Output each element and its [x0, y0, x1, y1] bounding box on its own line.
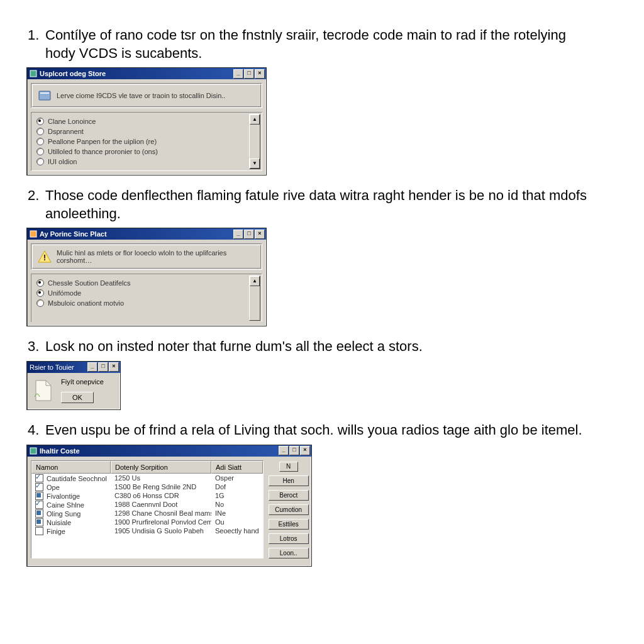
cell-status: No [211, 500, 263, 509]
document-icon [33, 378, 53, 403]
table-row[interactable]: Ope1S00 Be Reng Sdnile 2NDDof [31, 482, 263, 491]
radio-label: Utilloled fo thance proronier to (ons) [48, 148, 158, 155]
close-icon[interactable]: × [300, 446, 310, 455]
radio-label: Unifómode [48, 289, 81, 297]
column-header-name[interactable]: Namon [31, 461, 111, 474]
dialog-3: Rsier to Touier _ □ × Fiyít onepvice [26, 361, 121, 410]
ok-button[interactable]: OK [61, 392, 94, 403]
radio-option[interactable]: Dsprannent [36, 126, 248, 136]
close-icon[interactable]: × [255, 69, 265, 79]
radio-option[interactable]: IUI oldion [36, 157, 248, 167]
window-title: Ay Porinc Sinc Plact [40, 230, 233, 238]
table-row[interactable]: Oling Sung1298 Chane Chosnil Beal mamsIN… [31, 509, 263, 518]
checkbox-icon[interactable] [35, 492, 43, 500]
cell-name: Ope [31, 482, 111, 491]
hen-button[interactable]: Hen [269, 475, 309, 486]
checkbox-icon[interactable] [35, 509, 43, 518]
step-text: Even uspu be of frind a rela of Living t… [45, 421, 606, 440]
radio-label: IUI oldion [48, 158, 77, 165]
radio-icon[interactable] [36, 148, 44, 155]
cell-description: 1298 Chane Chosnil Beal mams [111, 509, 211, 518]
minimize-icon[interactable]: _ [233, 230, 243, 239]
titlebar[interactable]: Rsier to Touier _ □ × [27, 362, 120, 373]
small-button[interactable]: N [279, 462, 298, 472]
cell-description: 1905 Undisia G Suolo Pabeh [111, 526, 211, 535]
radio-icon[interactable] [36, 138, 44, 145]
radio-icon[interactable] [36, 299, 44, 307]
folder-icon [38, 89, 52, 103]
step-text: Contílye of rano code tsr on the fnstnly… [45, 26, 606, 62]
beroct-button[interactable]: Beroct [269, 490, 309, 501]
radio-option[interactable]: Utilloled fo thance proronier to (ons) [36, 147, 248, 157]
app-icon [30, 447, 37, 455]
radio-option[interactable]: Msbuloic onationt motvio [36, 298, 248, 308]
scrollbar[interactable]: ▲ ▼ [249, 114, 260, 169]
step-number: 3. [28, 338, 45, 356]
checkbox-icon[interactable] [35, 483, 43, 491]
cell-status: Dof [211, 482, 263, 491]
esttiles-button[interactable]: Esttiles [269, 519, 309, 530]
step-text: Those code denflecthen flaming fatule ri… [45, 187, 606, 223]
scrollbar[interactable]: ▲ [249, 275, 260, 321]
cell-description: C380 o6 Honss CDR [111, 491, 211, 500]
radio-option[interactable]: Peallone Panpen for the uiplion (re) [36, 136, 248, 147]
dialog-4: Ihaltir Coste _ □ × Namon Dotenly Sorpit… [26, 445, 312, 567]
radio-icon[interactable] [36, 128, 44, 135]
data-grid: Namon Dotenly Sorpition Adi Siatt Cautid… [31, 460, 264, 558]
radio-icon[interactable] [36, 279, 44, 287]
close-icon[interactable]: × [109, 362, 119, 372]
column-header-description[interactable]: Dotenly Sorpition [111, 461, 211, 474]
column-header-status[interactable]: Adi Siatt [211, 461, 263, 474]
table-row[interactable]: Nuisiale1900 Prurfirelonal Ponvlod Cemou… [31, 518, 263, 526]
scroll-up-icon[interactable]: ▲ [250, 276, 260, 286]
button-panel: N Hen Beroct Cumotion Esttiles Lotros Lo… [269, 460, 309, 558]
maximize-icon[interactable]: □ [244, 230, 254, 239]
titlebar[interactable]: Ihaltir Coste _ □ × [27, 445, 311, 457]
step-number: 2. [28, 187, 45, 223]
loon-button[interactable]: Loon.. [269, 548, 309, 558]
radio-icon[interactable] [36, 118, 44, 125]
scroll-down-icon[interactable]: ▼ [250, 158, 260, 169]
titlebar[interactable]: Ay Porinc Sinc Plact _ □ × [27, 228, 266, 240]
checkbox-icon[interactable] [35, 474, 43, 482]
radio-label: Msbuloic onationt motvio [48, 299, 124, 307]
lotros-button[interactable]: Lotros [269, 533, 309, 544]
maximize-icon[interactable]: □ [244, 69, 254, 79]
table-row[interactable]: Cautidafe Seochnol1250 UsOsper [31, 474, 263, 482]
cell-status: INe [211, 509, 263, 518]
radio-icon[interactable] [36, 289, 44, 297]
checkbox-icon[interactable] [35, 518, 43, 526]
cumotion-button[interactable]: Cumotion [269, 504, 309, 515]
cell-status: Ou [211, 518, 263, 526]
radio-option[interactable]: Chessle Soution Deatifelcs [36, 278, 248, 288]
minimize-icon[interactable]: _ [279, 446, 289, 455]
checkbox-icon[interactable] [35, 527, 43, 535]
radio-option[interactable]: Unifómode [36, 288, 248, 298]
minimize-icon[interactable]: _ [233, 69, 243, 79]
minimize-icon[interactable]: _ [87, 362, 97, 372]
close-icon[interactable]: × [255, 230, 265, 239]
step-number: 1. [28, 26, 45, 62]
svg-rect-6 [30, 448, 36, 454]
svg-text:!: ! [43, 253, 46, 262]
checkbox-icon[interactable] [35, 501, 43, 509]
option-list: Chessle Soution DeatifelcsUnifómodeMsbul… [31, 274, 262, 322]
cell-status: 1G [211, 491, 263, 500]
radio-label: Peallone Panpen for the uiplion (re) [48, 138, 157, 145]
cell-description: 1250 Us [111, 474, 211, 482]
svg-rect-0 [30, 70, 36, 77]
table-row[interactable]: Caine Shlne1988 Caennvnl DootNo [31, 500, 263, 509]
table-row[interactable]: Finige1905 Undisia G Suolo PabehSeoectly… [31, 526, 263, 535]
scroll-up-icon[interactable]: ▲ [250, 114, 260, 125]
info-text: Mulic hinl as mlets or flor looeclo wlol… [57, 249, 255, 264]
warning-icon: ! [38, 250, 52, 264]
cell-status: Osper [211, 474, 263, 482]
table-row[interactable]: FivalontigeC380 o6 Honss CDR1G [31, 491, 263, 500]
maximize-icon[interactable]: □ [98, 362, 108, 372]
option-list: Clane LonoinceDsprannentPeallone Panpen … [31, 112, 262, 171]
radio-option[interactable]: Clane Lonoince [36, 116, 248, 126]
titlebar[interactable]: Usplcort odeg Store _ □ × [27, 68, 266, 79]
radio-icon[interactable] [36, 158, 44, 165]
app-icon [30, 230, 37, 238]
maximize-icon[interactable]: □ [289, 446, 299, 455]
